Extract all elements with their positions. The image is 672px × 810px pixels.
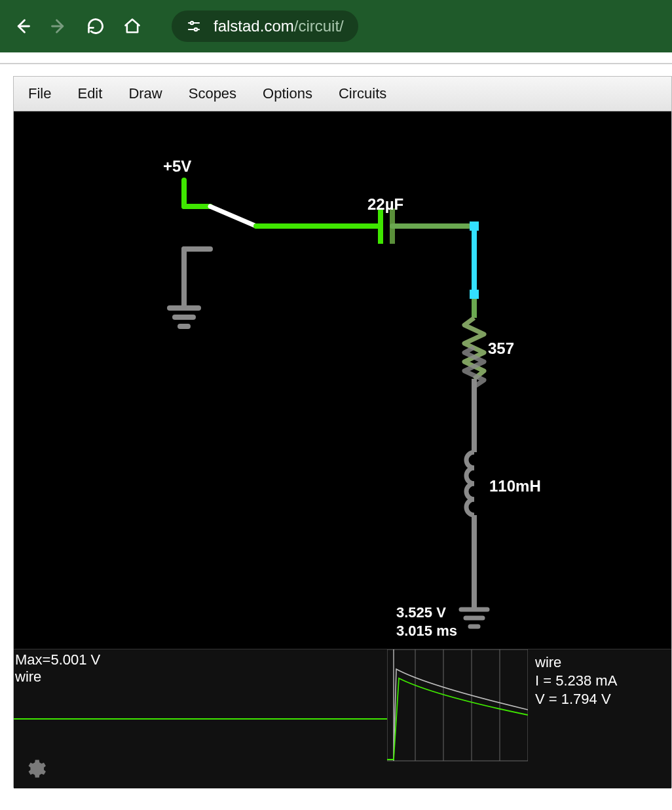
reload-icon[interactable] — [86, 17, 105, 35]
home-icon[interactable] — [123, 17, 141, 35]
url-path: /circuit/ — [294, 17, 344, 35]
svg-rect-18 — [470, 222, 479, 231]
app-window: File Edit Draw Scopes Options Circuits — [13, 76, 672, 788]
scope-panel[interactable]: Max=5.001 V wire — [14, 649, 671, 788]
capacitor-label: 22µF — [367, 195, 403, 214]
back-icon[interactable] — [13, 17, 31, 35]
menu-bar: File Edit Draw Scopes Options Circuits — [14, 77, 671, 111]
svg-rect-28 — [387, 649, 528, 761]
source-voltage-label: +5V — [163, 157, 191, 176]
menu-draw[interactable]: Draw — [128, 85, 162, 102]
time-readout: 3.015 ms — [396, 623, 457, 640]
browser-toolbar: falstad.com/circuit/ — [0, 0, 672, 52]
url-host: falstad.com — [214, 17, 294, 35]
menu-edit[interactable]: Edit — [77, 85, 102, 102]
scope-plot[interactable] — [387, 649, 528, 788]
svg-point-5 — [195, 28, 197, 31]
svg-point-3 — [191, 22, 193, 24]
url-text: falstad.com/circuit/ — [214, 17, 344, 35]
svg-line-8 — [210, 206, 256, 226]
gear-icon[interactable] — [23, 757, 47, 781]
resistor-label: 357 — [488, 339, 514, 358]
circuit-canvas[interactable]: +5V 22µF 357 110mH 3.525 V 3.015 ms — [14, 111, 671, 649]
menu-circuits[interactable]: Circuits — [339, 85, 386, 102]
voltage-readout: 3.525 V — [396, 604, 446, 621]
scope-name-right: wire — [535, 653, 669, 672]
scope-voltage-readout: V = 1.794 V — [535, 690, 669, 708]
inductor-label: 110mH — [489, 477, 541, 495]
site-settings-icon[interactable] — [186, 18, 202, 34]
svg-rect-20 — [470, 290, 479, 299]
forward-icon[interactable] — [50, 17, 68, 35]
address-bar[interactable]: falstad.com/circuit/ — [172, 10, 358, 42]
scope-current-readout: I = 5.238 mA — [535, 672, 669, 690]
menu-scopes[interactable]: Scopes — [189, 85, 236, 102]
menu-file[interactable]: File — [28, 85, 51, 102]
menu-options[interactable]: Options — [263, 85, 312, 102]
